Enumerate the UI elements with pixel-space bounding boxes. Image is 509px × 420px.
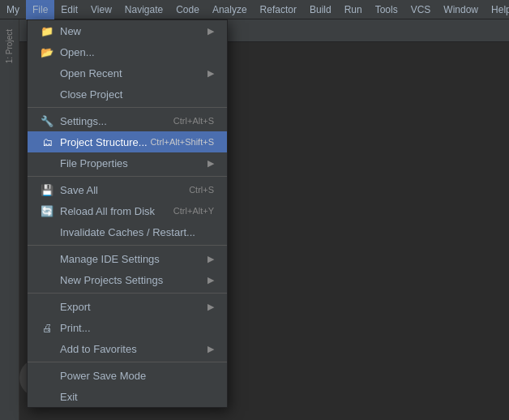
file-properties-icon <box>41 156 53 169</box>
menu-export-label: Export <box>60 301 91 313</box>
menu-close-project[interactable]: Close Project <box>28 84 227 105</box>
menu-reload-label: Reload All from Disk <box>60 205 155 217</box>
open-recent-arrow: ▶ <box>207 68 214 79</box>
invalidate-icon <box>41 225 53 238</box>
menu-new-projects[interactable]: New Projects Settings ▶ <box>28 269 227 290</box>
add-favorites-arrow: ▶ <box>207 344 214 354</box>
menu-new[interactable]: 📁 New ▶ <box>28 20 227 41</box>
project-structure-shortcut: Ctrl+Alt+Shift+S <box>150 137 214 147</box>
project-structure-icon: 🗂 <box>41 135 53 148</box>
menu-invalidate-label: Invalidate Caches / Restart... <box>60 226 195 238</box>
menu-exit[interactable]: Exit <box>28 386 227 407</box>
new-arrow: ▶ <box>207 26 214 36</box>
menu-project-structure[interactable]: 🗂 Project Structure... Ctrl+Alt+Shift+S <box>28 131 227 152</box>
divider-1 <box>28 107 227 108</box>
divider-4 <box>28 293 227 294</box>
export-arrow: ▶ <box>207 302 214 312</box>
divider-2 <box>28 176 227 177</box>
menu-open-recent[interactable]: Open Recent ▶ <box>28 62 227 84</box>
menu-project-structure-label: Project Structure... <box>60 136 148 148</box>
menu-save-all[interactable]: 💾 Save All Ctrl+S <box>28 179 227 200</box>
add-favorites-icon <box>41 342 53 355</box>
menu-power-save[interactable]: Power Save Mode <box>28 365 227 386</box>
file-menu: 📁 New ▶ 📂 Open... Open Recent ▶ Close Pr… <box>27 19 228 408</box>
menu-invalidate[interactable]: Invalidate Caches / Restart... <box>28 221 227 242</box>
menu-manage-ide-label: Manage IDE Settings <box>60 253 160 265</box>
print-icon: 🖨 <box>41 321 53 334</box>
dropdown-overlay[interactable]: 📁 New ▶ 📂 Open... Open Recent ▶ Close Pr… <box>0 0 509 420</box>
save-all-icon: 💾 <box>41 183 53 196</box>
new-projects-icon <box>41 273 53 286</box>
divider-5 <box>28 362 227 362</box>
exit-icon <box>41 390 53 403</box>
manage-ide-icon <box>41 252 53 265</box>
reload-shortcut: Ctrl+Alt+Y <box>173 206 214 216</box>
new-icon: 📁 <box>41 24 53 37</box>
settings-shortcut: Ctrl+Alt+S <box>173 116 214 126</box>
export-icon <box>41 300 53 313</box>
menu-open-label: Open... <box>60 46 95 58</box>
menu-settings[interactable]: 🔧 Settings... Ctrl+Alt+S <box>28 110 227 131</box>
open-recent-icon <box>41 66 53 79</box>
power-save-icon <box>41 369 53 382</box>
menu-power-save-label: Power Save Mode <box>60 370 146 382</box>
menu-file-properties[interactable]: File Properties ▶ <box>28 152 227 174</box>
menu-save-all-label: Save All <box>60 184 98 196</box>
settings-icon: 🔧 <box>41 114 53 127</box>
file-properties-arrow: ▶ <box>207 158 214 169</box>
divider-3 <box>28 245 227 246</box>
menu-open[interactable]: 📂 Open... <box>28 41 227 62</box>
new-projects-arrow: ▶ <box>207 275 214 285</box>
menu-reload[interactable]: 🔄 Reload All from Disk Ctrl+Alt+Y <box>28 200 227 221</box>
open-icon: 📂 <box>41 45 53 58</box>
menu-open-recent-label: Open Recent <box>60 67 122 79</box>
menu-print[interactable]: 🖨 Print... <box>28 317 227 338</box>
menu-file-properties-label: File Properties <box>60 157 128 169</box>
menu-manage-ide[interactable]: Manage IDE Settings ▶ <box>28 248 227 269</box>
menu-settings-label: Settings... <box>60 115 107 127</box>
menu-close-project-label: Close Project <box>60 88 122 101</box>
menu-add-favorites-label: Add to Favorites <box>60 343 137 355</box>
reload-icon: 🔄 <box>41 204 53 217</box>
menu-print-label: Print... <box>60 322 91 334</box>
menu-new-projects-label: New Projects Settings <box>60 274 163 286</box>
menu-exit-label: Exit <box>60 391 78 403</box>
save-all-shortcut: Ctrl+S <box>189 185 214 195</box>
menu-new-label: New <box>60 25 81 37</box>
menu-export[interactable]: Export ▶ <box>28 296 227 317</box>
manage-ide-arrow: ▶ <box>207 254 214 264</box>
menu-add-favorites[interactable]: Add to Favorites ▶ <box>28 338 227 359</box>
close-project-icon <box>41 88 53 101</box>
